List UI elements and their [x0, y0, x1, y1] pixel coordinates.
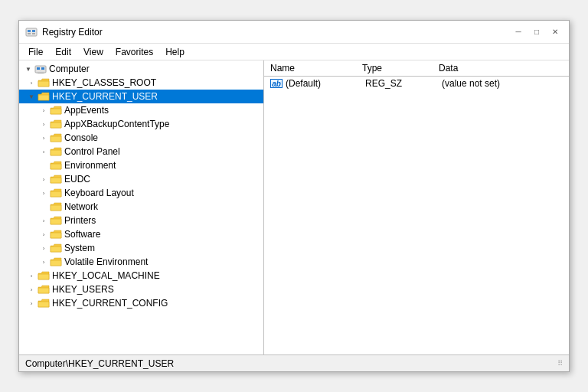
- tree-item-appxbackup[interactable]: › AppXBackupContentType: [19, 117, 263, 131]
- folder-icon-eudc: [50, 174, 62, 185]
- menu-favorites[interactable]: Favorites: [109, 45, 159, 59]
- folder-icon-local-machine: [38, 270, 50, 281]
- folder-icon-environment: [50, 160, 62, 171]
- tree-item-environment[interactable]: Environment: [19, 158, 263, 172]
- folder-icon-appevents: [50, 105, 62, 116]
- folder-icon-software: [50, 229, 62, 240]
- tree-item-software[interactable]: › Software: [19, 227, 263, 241]
- local-machine-expand-icon[interactable]: ›: [25, 270, 38, 282]
- control-panel-expand-icon[interactable]: ›: [38, 145, 50, 158]
- folder-icon-printers: [50, 215, 62, 226]
- tree-item-classes-root[interactable]: › HKEY_CLASSES_ROOT: [19, 76, 263, 90]
- tree-item-appevents[interactable]: › AppEvents: [19, 103, 263, 117]
- current-user-expand-icon[interactable]: ▼: [25, 90, 38, 103]
- tree-item-keyboard-layout[interactable]: › Keyboard Layout: [19, 186, 263, 200]
- app-icon: [25, 26, 38, 38]
- folder-icon-console: [50, 132, 62, 143]
- tree-pane[interactable]: ▼ Computer › HKEY_CLASSES_ROOT: [19, 60, 264, 354]
- tree-label-printers: Printers: [64, 215, 96, 226]
- col-header-type: Type: [362, 63, 439, 74]
- detail-cell-type: REG_SZ: [365, 78, 442, 89]
- tree-item-eudc[interactable]: › EUDC: [19, 172, 263, 186]
- detail-row-default[interactable]: ab (Default) REG_SZ (value not set): [264, 77, 569, 90]
- resize-icon: ⠿: [557, 359, 563, 368]
- minimize-button[interactable]: ─: [511, 24, 526, 40]
- tree-item-control-panel[interactable]: › Control Panel: [19, 145, 263, 158]
- folder-icon-network: [50, 201, 62, 212]
- svg-rect-8: [38, 73, 44, 74]
- system-expand-icon[interactable]: ›: [38, 242, 50, 254]
- current-config-expand-icon[interactable]: ›: [25, 297, 38, 309]
- status-bar: Computer\HKEY_CURRENT_USER ⠿: [19, 354, 569, 371]
- svg-rect-3: [28, 33, 31, 34]
- col-header-data: Data: [439, 63, 563, 74]
- tree-label-appxbackup: AppXBackupContentType: [64, 119, 169, 129]
- keyboard-layout-expand-icon[interactable]: ›: [38, 187, 50, 199]
- maximize-button[interactable]: □: [529, 24, 544, 40]
- folder-icon-control-panel: [50, 146, 62, 157]
- menu-edit[interactable]: Edit: [49, 45, 77, 59]
- window-controls: ─ □ ✕: [511, 24, 563, 40]
- tree-item-current-user[interactable]: ▼ HKEY_CURRENT_USER: [19, 90, 263, 103]
- col-header-name: Name: [270, 63, 362, 74]
- folder-icon-current-user: [38, 91, 50, 102]
- folder-icon-volatile-env: [50, 256, 62, 267]
- close-button[interactable]: ✕: [547, 24, 563, 40]
- tree-label-environment: Environment: [64, 160, 116, 171]
- tree-item-network[interactable]: Network: [19, 200, 263, 214]
- tree-label-classes-root: HKEY_CLASSES_ROOT: [52, 77, 156, 88]
- folder-icon-current-config: [38, 298, 50, 309]
- detail-cell-name: (Default): [286, 78, 365, 89]
- menu-bar: File Edit View Favorites Help: [19, 44, 569, 60]
- tree-item-volatile-env[interactable]: › Volatile Environment: [19, 255, 263, 269]
- tree-label-eudc: EUDC: [64, 174, 90, 185]
- menu-help[interactable]: Help: [159, 45, 191, 59]
- tree-item-printers[interactable]: › Printers: [19, 214, 263, 227]
- tree-label-keyboard-layout: Keyboard Layout: [64, 188, 134, 198]
- folder-icon-system: [50, 243, 62, 253]
- appxbackup-expand-icon[interactable]: ›: [38, 118, 50, 130]
- tree-item-users[interactable]: › HKEY_USERS: [19, 283, 263, 296]
- tree-item-console[interactable]: › Console: [19, 131, 263, 145]
- eudc-expand-icon[interactable]: ›: [38, 173, 50, 185]
- root-expand-icon[interactable]: ▼: [22, 63, 34, 75]
- computer-icon: [34, 64, 47, 74]
- volatile-env-expand-icon[interactable]: ›: [38, 256, 50, 268]
- window-title: Registry Editor: [42, 27, 511, 38]
- tree-label-volatile-env: Volatile Environment: [64, 256, 148, 267]
- tree-label-current-config: HKEY_CURRENT_CONFIG: [52, 298, 168, 309]
- detail-pane: Name Type Data ab (Default) REG_SZ (valu…: [264, 60, 569, 354]
- network-expand-icon: [38, 201, 50, 213]
- tree-label-control-panel: Control Panel: [64, 146, 120, 157]
- printers-expand-icon[interactable]: ›: [38, 214, 50, 227]
- reg-sz-icon: ab: [270, 79, 283, 88]
- folder-icon-appxbackup: [50, 119, 62, 129]
- tree-root[interactable]: ▼ Computer: [19, 62, 263, 76]
- environment-expand-icon: [38, 159, 50, 172]
- tree-item-system[interactable]: › System: [19, 241, 263, 255]
- classes-root-expand-icon[interactable]: ›: [25, 77, 38, 89]
- tree-label-appevents: AppEvents: [64, 105, 109, 116]
- folder-icon-classes-root: [38, 77, 50, 88]
- menu-file[interactable]: File: [22, 45, 49, 59]
- tree-item-current-config[interactable]: › HKEY_CURRENT_CONFIG: [19, 296, 263, 310]
- console-expand-icon[interactable]: ›: [38, 132, 50, 144]
- appevents-expand-icon[interactable]: ›: [38, 104, 50, 116]
- detail-header: Name Type Data: [264, 60, 569, 77]
- svg-rect-2: [32, 30, 35, 32]
- tree-label-local-machine: HKEY_LOCAL_MACHINE: [52, 270, 160, 281]
- tree-item-local-machine[interactable]: › HKEY_LOCAL_MACHINE: [19, 269, 263, 283]
- content-area: ▼ Computer › HKEY_CLASSES_ROOT: [19, 60, 569, 354]
- svg-rect-7: [41, 67, 44, 70]
- svg-rect-6: [37, 67, 40, 70]
- title-bar: Registry Editor ─ □ ✕: [19, 21, 569, 44]
- menu-view[interactable]: View: [77, 45, 109, 59]
- software-expand-icon[interactable]: ›: [38, 228, 50, 240]
- tree-label-console: Console: [64, 132, 98, 143]
- tree-label-users: HKEY_USERS: [52, 284, 114, 295]
- tree-label-network: Network: [64, 201, 98, 212]
- tree-label-software: Software: [64, 229, 100, 240]
- svg-rect-4: [32, 33, 35, 34]
- folder-icon-users: [38, 284, 50, 295]
- users-expand-icon[interactable]: ›: [25, 283, 38, 296]
